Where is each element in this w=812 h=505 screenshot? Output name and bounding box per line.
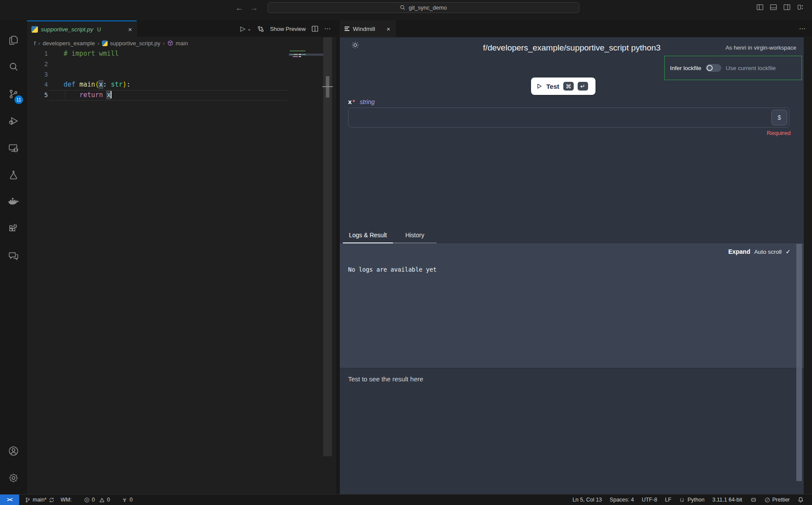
breadcrumb: f › developers_example › supportive_scri… — [27, 37, 336, 49]
test-button[interactable]: Test ⌘ ↵ — [531, 77, 595, 95]
arg-name: x — [348, 98, 352, 105]
account-icon[interactable] — [3, 438, 24, 465]
git-branch-status[interactable]: main* — [22, 495, 58, 505]
line-number: 5 — [27, 90, 48, 101]
split-editor-icon[interactable] — [311, 25, 318, 32]
copilot-status[interactable] — [746, 495, 761, 505]
source-control-icon[interactable]: 11 — [3, 81, 24, 108]
cursor-position[interactable]: Ln 5, Col 13 — [568, 495, 606, 505]
editor-group: supportive_script.py U × ▷ ⌄ Show Previe… — [27, 20, 336, 494]
run-file-button[interactable]: ▷ — [240, 25, 246, 33]
testing-icon[interactable] — [3, 162, 24, 189]
eol-sequence[interactable]: LF — [661, 495, 676, 505]
language-status-icon — [679, 497, 685, 503]
git-branch-icon — [25, 497, 30, 503]
line-number: 3 — [27, 70, 48, 80]
panel-more-actions[interactable]: ⋯ — [799, 25, 812, 33]
code-line[interactable]: 5 return x — [27, 90, 336, 101]
kbd-enter-badge: ↵ — [578, 82, 588, 91]
status-bar: >< main* WM: 0 0 0 — [0, 494, 812, 505]
autoscroll-check-icon[interactable]: ✓ — [785, 248, 791, 255]
workspace-context: As henri in virgin-workspace — [725, 44, 796, 51]
remote-indicator[interactable]: >< — [0, 495, 19, 505]
open-changes-icon[interactable] — [257, 25, 264, 33]
explorer-icon[interactable] — [3, 27, 24, 54]
encoding[interactable]: UTF-8 — [638, 495, 661, 505]
indentation[interactable]: Spaces: 4 — [606, 495, 638, 505]
comments-icon[interactable] — [3, 242, 24, 269]
autoscroll-label[interactable]: Auto scroll — [754, 249, 782, 255]
argument-label-row: x * string — [348, 98, 375, 105]
required-asterisk: * — [352, 98, 355, 105]
extensions-icon[interactable] — [3, 215, 24, 242]
code-line[interactable]: 4def main(x: str): — [27, 80, 336, 90]
customize-layout-icon[interactable] — [797, 3, 804, 11]
tab-windmill[interactable]: Windmill × — [340, 20, 396, 37]
windmill-status[interactable]: WM: — [58, 495, 75, 505]
result-panel: Test to see the result here — [340, 368, 804, 494]
run-debug-icon[interactable] — [3, 108, 24, 135]
code-editor[interactable]: 1# import wmill234def main(x: str):5 ret… — [27, 49, 336, 494]
code-token: str — [111, 81, 122, 88]
show-preview-button[interactable]: Show Preview — [270, 26, 306, 32]
breadcrumb-sep: › — [98, 40, 99, 47]
ports-status[interactable]: 0 — [118, 495, 136, 505]
variable-picker-button[interactable]: $ — [771, 110, 787, 125]
tab-supportive-script[interactable]: supportive_script.py U × — [27, 20, 137, 37]
nav-forward-icon[interactable]: → — [250, 3, 258, 13]
search-sidebar-icon[interactable] — [3, 54, 24, 81]
remote-explorer-icon[interactable] — [3, 135, 24, 162]
tab-history[interactable]: History — [393, 228, 436, 243]
search-icon — [400, 5, 406, 10]
sync-icon — [49, 497, 54, 503]
text-cursor — [111, 91, 112, 98]
code-token: main — [79, 81, 95, 88]
settings-gear-icon[interactable] — [3, 465, 24, 492]
code-token: return — [79, 91, 103, 99]
editor-more-actions[interactable]: ⋯ — [324, 25, 331, 33]
docker-icon[interactable] — [3, 189, 24, 215]
test-button-label: Test — [546, 83, 559, 90]
resize-cursor — [322, 86, 333, 87]
no-logs-message: No logs are available yet — [348, 266, 436, 273]
python-interpreter[interactable]: 3.11.1 64-bit — [708, 495, 746, 505]
breadcrumb-file[interactable]: supportive_script.py — [102, 40, 160, 47]
code-token: : — [127, 81, 131, 88]
notifications-bell[interactable] — [794, 495, 808, 505]
code-token: # import wmill — [64, 50, 118, 57]
prettier-status[interactable]: Prettier — [761, 495, 794, 505]
code-token: x — [99, 81, 103, 88]
command-center-search[interactable]: git_sync_demo — [267, 2, 579, 13]
bell-icon — [798, 497, 804, 503]
nav-back-icon[interactable]: ← — [235, 3, 243, 13]
run-dropdown-icon[interactable]: ⌄ — [247, 26, 251, 32]
tab-close-icon[interactable]: × — [128, 26, 132, 33]
code-line[interactable]: 2 — [27, 59, 336, 70]
breadcrumb-symbol[interactable]: main — [167, 40, 188, 47]
tab-close-icon[interactable]: × — [386, 25, 390, 33]
minimap[interactable] — [289, 50, 324, 59]
toggle-panel-icon[interactable] — [770, 3, 777, 11]
code-line[interactable]: 3 — [27, 70, 336, 80]
python-file-icon — [31, 26, 38, 33]
breadcrumb-root[interactable]: f — [34, 40, 36, 47]
editor-scrollbar-track[interactable] — [323, 37, 332, 456]
logs-result-tabs: Logs & Result History — [340, 228, 804, 243]
error-icon — [84, 497, 90, 503]
webview-scrollbar-thumb[interactable] — [796, 244, 802, 481]
expand-button[interactable]: Expand — [728, 248, 751, 255]
git-status-untracked: U — [97, 27, 101, 33]
logs-panel: Expand Auto scroll ✓ No logs are availab… — [340, 243, 804, 368]
search-value: git_sync_demo — [409, 4, 447, 11]
toggle-secondary-sidebar-icon[interactable] — [783, 3, 791, 11]
arg-x-input[interactable] — [348, 108, 789, 128]
language-mode[interactable]: Python — [675, 495, 708, 505]
toggle-knob — [707, 65, 713, 71]
problems-status[interactable]: 0 0 — [81, 495, 113, 505]
infer-lockfile-toggle[interactable] — [706, 64, 721, 72]
tab-logs-result[interactable]: Logs & Result — [343, 228, 393, 243]
toggle-sidebar-icon[interactable] — [756, 3, 764, 11]
line-number: 4 — [27, 80, 48, 90]
breadcrumb-folder[interactable]: developers_example — [43, 40, 95, 47]
code-token — [64, 91, 79, 99]
